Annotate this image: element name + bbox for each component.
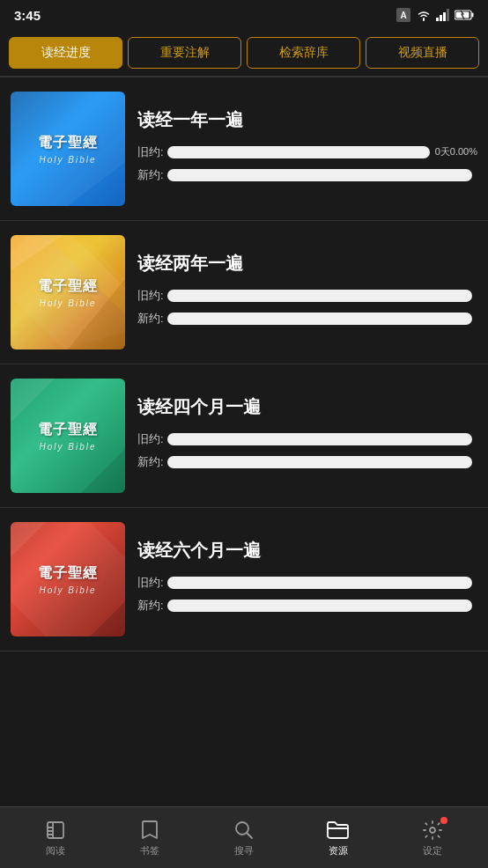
book-icon	[44, 819, 67, 842]
svg-point-29	[430, 828, 435, 833]
card-1year[interactable]: 電子聖經 Holy Bible 读经一年一遍 旧约: 0天0.00% 新约:	[0, 77, 488, 221]
new-testament-bar-4	[167, 600, 472, 612]
new-testament-label-2: 新约:	[137, 311, 167, 327]
card-2year-new-row: 新约:	[137, 311, 477, 327]
cover-decoration-4	[11, 522, 125, 636]
status-icons: A	[396, 7, 474, 23]
nav-resources[interactable]: 资源	[316, 813, 360, 863]
card-2year-old-row: 旧约:	[137, 288, 477, 304]
tab-read-progress[interactable]: 读经进度	[9, 37, 122, 69]
bible-cover-4month: 電子聖經 Holy Bible	[11, 379, 125, 493]
old-testament-bar-1	[167, 146, 430, 158]
wifi-icon	[416, 9, 432, 21]
new-testament-bar-3	[167, 456, 472, 468]
bottom-navigation: 阅读 书签 搜寻 资源	[0, 806, 488, 868]
svg-text:A: A	[400, 11, 406, 20]
card-2year-title: 读经两年一遍	[137, 252, 477, 276]
nav-read-label: 阅读	[46, 844, 65, 857]
tab-search-dict[interactable]: 检索辞库	[247, 37, 360, 69]
battery-icon	[455, 10, 474, 20]
old-testament-label-1: 旧约:	[137, 144, 167, 160]
bible-cover-6month: 電子聖經 Holy Bible	[11, 522, 125, 636]
svg-rect-3	[440, 15, 442, 21]
tab-live[interactable]: 视频直播	[366, 37, 479, 69]
card-1year-new-row: 新约:	[137, 167, 477, 183]
signal-icon	[436, 9, 450, 21]
bookmark-icon	[138, 819, 161, 842]
nav-search-label: 搜寻	[234, 844, 254, 857]
svg-rect-2	[436, 18, 439, 21]
card-6month[interactable]: 電子聖經 Holy Bible 读经六个月一遍 旧约: 新约:	[0, 508, 488, 651]
svg-marker-9	[11, 92, 125, 206]
card-1year-title: 读经一年一遍	[137, 108, 477, 132]
new-testament-bar-2	[167, 313, 472, 325]
cover-decoration-2	[11, 235, 125, 349]
cover-decoration-3	[11, 379, 125, 493]
old-testament-label-3: 旧约:	[137, 431, 167, 447]
a-badge-icon: A	[396, 7, 411, 23]
new-testament-bar-1	[167, 169, 472, 181]
nav-read[interactable]: 阅读	[33, 813, 78, 863]
card-6month-content: 读经六个月一遍 旧约: 新约:	[125, 522, 477, 636]
svg-rect-5	[447, 9, 449, 21]
nav-settings[interactable]: 设定	[410, 813, 455, 863]
svg-rect-7	[472, 13, 474, 18]
card-1year-old-row: 旧约: 0天0.00%	[137, 144, 477, 160]
old-testament-text-1: 0天0.00%	[435, 145, 477, 158]
tab-notes[interactable]: 重要注解	[128, 37, 241, 69]
old-testament-label-4: 旧约:	[137, 575, 167, 591]
svg-rect-21	[48, 822, 63, 838]
bible-cover-2year: 電子聖經 Holy Bible	[11, 235, 125, 349]
old-testament-bar-3	[167, 433, 472, 445]
card-4month-content: 读经四个月一遍 旧约: 新约:	[125, 379, 477, 493]
bible-cover-1year: 電子聖經 Holy Bible	[11, 92, 125, 206]
card-2year[interactable]: 電子聖經 Holy Bible 读经两年一遍 旧约: 新约:	[0, 221, 488, 364]
card-4month-old-row: 旧约:	[137, 431, 477, 447]
nav-settings-label: 设定	[423, 844, 442, 857]
nav-bookmark-label: 书签	[140, 844, 159, 857]
new-testament-label-3: 新约:	[137, 454, 167, 470]
card-1year-content: 读经一年一遍 旧约: 0天0.00% 新约:	[125, 92, 477, 206]
search-icon	[233, 819, 255, 842]
old-testament-label-2: 旧约:	[137, 288, 167, 304]
svg-rect-4	[443, 12, 446, 21]
card-2year-content: 读经两年一遍 旧约: 新约:	[125, 235, 477, 349]
nav-resources-label: 资源	[329, 844, 348, 857]
old-testament-bar-2	[167, 290, 472, 302]
nav-bookmark[interactable]: 书签	[128, 813, 172, 863]
folder-icon	[327, 819, 350, 842]
card-6month-old-row: 旧约:	[137, 575, 477, 591]
nav-search[interactable]: 搜寻	[222, 813, 266, 863]
status-time: 3:45	[14, 8, 41, 23]
settings-notification-dot	[440, 817, 447, 824]
card-4month-new-row: 新约:	[137, 454, 477, 470]
old-testament-bar-4	[167, 577, 472, 589]
new-testament-label-4: 新约:	[137, 598, 167, 614]
cards-container: 電子聖經 Holy Bible 读经一年一遍 旧约: 0天0.00% 新约:	[0, 77, 488, 713]
card-4month[interactable]: 電子聖經 Holy Bible 读经四个月一遍 旧约: 新约:	[0, 364, 488, 508]
card-6month-title: 读经六个月一遍	[137, 539, 477, 563]
card-6month-new-row: 新约:	[137, 598, 477, 614]
svg-line-27	[247, 833, 252, 838]
card-4month-title: 读经四个月一遍	[137, 395, 477, 419]
status-bar: 3:45 A	[0, 0, 488, 30]
new-testament-label-1: 新约:	[137, 167, 167, 183]
tab-navigation: 读经进度 重要注解 检索辞库 视频直播	[0, 30, 488, 76]
cover-decoration-1	[11, 92, 125, 206]
